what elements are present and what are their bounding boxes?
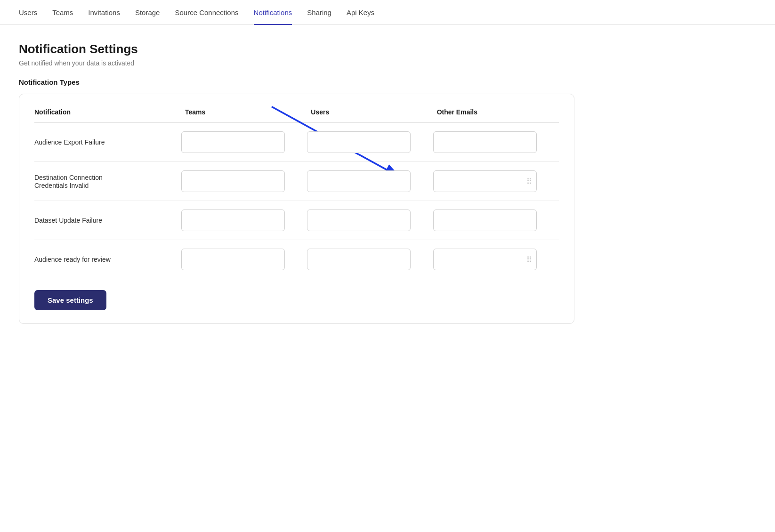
col-header-notification: Notification (34, 102, 181, 123)
notification-table: Notification Teams Users Other Emails Au… (34, 102, 559, 279)
tab-api-keys[interactable]: Api Keys (347, 0, 374, 25)
other-input-2[interactable] (433, 210, 537, 231)
table-row: Audience Export Failure (34, 122, 559, 161)
teams-cell (181, 240, 307, 279)
other-input-wrapper (433, 131, 537, 153)
teams-input-wrapper (181, 170, 285, 192)
table-row: Audience ready for review (34, 240, 559, 279)
tab-invitations[interactable]: Invitations (88, 0, 120, 25)
tab-teams[interactable]: Teams (52, 0, 73, 25)
teams-input-wrapper (181, 131, 285, 153)
users-cell (307, 122, 433, 161)
main-content: Notification Settings Get notified when … (0, 25, 775, 343)
notification-name: Destination ConnectionCredentials Invali… (34, 174, 103, 189)
page-subtitle: Get notified when your data is activated (19, 59, 756, 67)
users-input-wrapper (307, 131, 411, 153)
users-input-wrapper (307, 249, 411, 270)
col-header-users: Users (307, 102, 433, 123)
notification-name: Audience ready for review (34, 256, 111, 263)
teams-cell (181, 122, 307, 161)
other-input-wrapper: ⠿ (433, 170, 537, 192)
other-emails-cell (433, 201, 559, 240)
col-header-other-emails: Other Emails (433, 102, 559, 123)
other-emails-cell (433, 122, 559, 161)
teams-input-2[interactable] (181, 210, 285, 231)
notification-card: Notification Teams Users Other Emails Au… (19, 94, 574, 324)
teams-input-wrapper (181, 249, 285, 270)
users-input-1[interactable] (307, 170, 411, 192)
users-input-wrapper (307, 210, 411, 231)
teams-input-1[interactable] (181, 170, 285, 192)
more-options-button[interactable]: ⠿ (526, 177, 532, 185)
users-cell (307, 161, 433, 201)
other-input-wrapper: ⠿ (433, 249, 537, 270)
teams-input-0[interactable] (181, 131, 285, 153)
users-cell (307, 201, 433, 240)
users-input-wrapper (307, 170, 411, 192)
teams-cell (181, 201, 307, 240)
tab-users[interactable]: Users (19, 0, 37, 25)
page-title: Notification Settings (19, 42, 756, 56)
save-settings-button[interactable]: Save settings (34, 290, 106, 310)
notification-name: Dataset Update Failure (34, 217, 102, 224)
other-input-wrapper (433, 210, 537, 231)
tab-storage[interactable]: Storage (135, 0, 160, 25)
col-header-teams: Teams (181, 102, 307, 123)
teams-input-wrapper (181, 210, 285, 231)
tab-sharing[interactable]: Sharing (307, 0, 331, 25)
tab-notifications[interactable]: Notifications (254, 0, 292, 25)
users-input-0[interactable] (307, 131, 411, 153)
users-input-2[interactable] (307, 210, 411, 231)
teams-input-3[interactable] (181, 249, 285, 270)
notification-name: Audience Export Failure (34, 138, 105, 146)
tab-source-connections[interactable]: Source Connections (175, 0, 238, 25)
section-title: Notification Types (19, 78, 756, 86)
other-emails-cell: ⠿ (433, 240, 559, 279)
table-row: Destination ConnectionCredentials Invali… (34, 161, 559, 201)
other-emails-cell: ⠿ (433, 161, 559, 201)
other-input-3[interactable] (433, 249, 537, 270)
users-cell (307, 240, 433, 279)
other-input-0[interactable] (433, 131, 537, 153)
nav-tabs: Users Teams Invitations Storage Source C… (0, 0, 775, 25)
table-row: Dataset Update Failure (34, 201, 559, 240)
users-input-3[interactable] (307, 249, 411, 270)
teams-cell (181, 161, 307, 201)
more-options-button[interactable]: ⠿ (526, 255, 532, 264)
other-input-1[interactable] (433, 170, 537, 192)
